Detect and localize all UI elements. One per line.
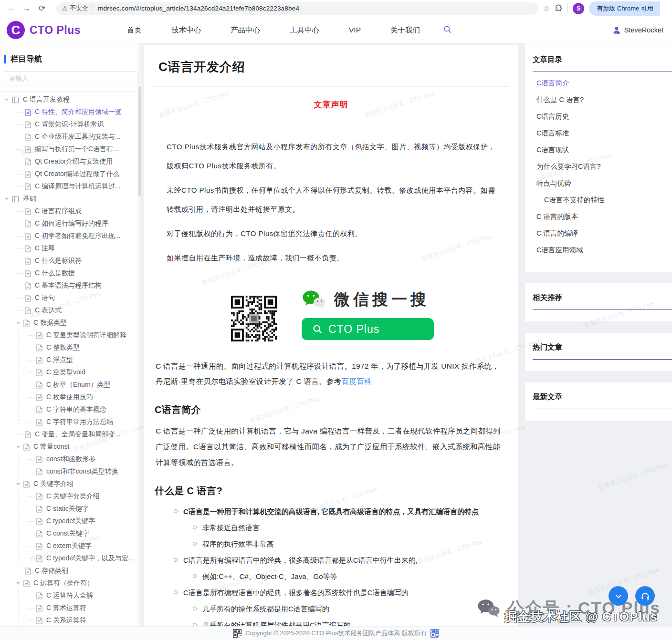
tree-item[interactable]: C 语言程序组成 [0,205,141,217]
nav-item-0[interactable]: 首页 [127,25,142,35]
tree-item[interactable]: C 数据类型 [0,317,141,329]
tree-item[interactable]: C 运算符（操作符） [0,577,141,589]
tree-item[interactable]: C 算术运算符 [0,602,141,614]
tree-item[interactable]: C 运算符大全解 [0,589,141,602]
chrome-update-button[interactable]: 有新版 Chrome 可用 [589,1,660,16]
tree-item[interactable]: C const关键字 [0,527,141,540]
expand-caret-icon[interactable] [16,446,20,448]
tree-item[interactable]: C 语句 [0,292,141,304]
tree-item[interactable]: 编写与执行第一个C语言程... [0,143,141,155]
toc-item[interactable]: C语言应用领域 [525,242,672,258]
address-bar[interactable]: ⚠ 不安全 mdrsec.com/#/ctoplus_article/134a2… [56,2,538,15]
tree-item[interactable]: C 什么是数据 [0,267,141,279]
expand-caret-icon[interactable] [16,582,20,585]
tree-item[interactable]: C 存储类别 [0,565,141,577]
nav-item-4[interactable]: VIP [349,26,361,34]
tree-item[interactable]: C 变量类型说明符详细解释 [0,329,141,341]
tree-item-label: C 枚举使用技巧 [46,393,93,402]
nav-item-2[interactable]: 产品中心 [231,25,260,35]
expand-caret-icon[interactable] [16,322,20,324]
scroll-button[interactable] [609,586,628,606]
tree-item[interactable]: C 表达式 [0,304,141,317]
toc-item[interactable]: C语言现状 [525,142,672,158]
tree-item[interactable]: C static关键字 [0,503,141,515]
tree-item[interactable]: C extern关键字 [0,540,141,552]
tree-item[interactable]: const和函数形参 [0,453,141,465]
security-chip[interactable]: ⚠ 不安全 [62,4,93,12]
tree-item[interactable]: C 浮点型 [0,354,141,366]
reload-icon[interactable]: ⟳ [35,2,49,15]
tree-item[interactable]: C 背景知识·计算机常识 [0,118,141,131]
extensions-icon[interactable] [555,4,563,12]
nav-item-5[interactable]: 关于我们 [390,25,420,35]
nav-item-3[interactable]: 工具中心 [290,25,319,35]
toc-item[interactable]: C 语言的版本 [525,208,672,225]
declaration-paragraph: 未经CTO Plus书面授权，任何单位或个人不得以任何形式复制、转载、修改或使用… [167,181,495,219]
user-icon [612,25,621,35]
search-icon[interactable] [443,25,452,36]
tree-item[interactable]: C 基本语法与程序结构 [0,279,141,292]
tree-item[interactable]: C 企业级开发工具的安装与... [0,131,141,143]
site-logo[interactable]: C CTO Plus [7,21,116,39]
toc-item[interactable]: C语言历史 [525,108,672,125]
tree-branch[interactable]: C 语言开发教程 [0,93,141,106]
tree-item[interactable]: Qt Creator编译过程做了什么 [0,168,141,180]
tree-item[interactable]: C 整数类型 [0,341,141,354]
tree-item[interactable]: C 特性、简介和应用领域一览 [0,106,141,118]
expand-caret-icon[interactable] [5,99,9,101]
tree-item[interactable]: C 关键字介绍 [0,478,141,490]
toc-item[interactable]: C语言简介 [525,75,672,92]
profile-avatar[interactable]: S [573,3,584,14]
forward-icon[interactable]: → [20,2,33,15]
toc-item[interactable]: C语言不支持的特性 [525,192,672,208]
tree-item[interactable]: const和非const类型转换 [0,465,141,478]
wechat-search-button[interactable]: CTO Plus [302,318,434,340]
tree-item[interactable]: C 关键字分类介绍 [0,490,141,503]
toc-item[interactable]: C 语言的编译 [525,225,672,242]
sidebar-search-input[interactable] [4,71,137,85]
qr-code [231,296,277,341]
document-icon [23,481,30,488]
back-icon[interactable]: ← [5,2,18,15]
tree-item-label: C 如何运行编写好的程序 [35,219,108,228]
toc-item[interactable]: C语言标准 [525,125,672,142]
tree-item[interactable]: C 注释 [0,242,141,255]
tree-branch[interactable]: 基础 [0,193,141,205]
expand-caret-icon[interactable] [5,198,9,200]
document-icon [25,109,31,116]
baike-link[interactable]: 百度百科 [342,377,372,385]
tree-item-label: Qt Creator编译过程做了什么 [35,170,119,178]
bullet-item: C语言是一种用于和计算机交流的高级语言, 它既具有高级语言的特点，又具有汇编语言… [144,507,518,516]
section-heading-intro: C语言简介 [155,403,518,416]
user-menu[interactable]: SteveRocket [612,25,663,35]
tree-item[interactable]: C 编译原理与计算机运算过... [0,180,141,193]
document-icon [23,444,30,451]
tree-item-label: C extern关键字 [46,542,92,550]
tree-item[interactable]: C 字符串的基本概念 [0,403,141,416]
toc-item[interactable]: 特点与优势 [525,175,672,192]
nav-item-1[interactable]: 技术中心 [171,25,201,35]
tree-item-label: C 字符串常用方法总结 [46,418,113,426]
tree-item[interactable]: C typedef关键字，以及与宏... [0,552,141,565]
tree-item[interactable]: C 常量const [0,441,141,453]
tree-item[interactable]: C 枚举使用技巧 [0,391,141,403]
tree-item[interactable]: C 关系运算符 [0,614,141,626]
browser-toolbar: ← → ⟳ ⚠ 不安全 mdrsec.com/#/ctoplus_article… [0,0,672,17]
sidebar-scrollbar[interactable] [138,43,141,626]
toc-item[interactable]: 什么是 C 语言? [525,92,672,108]
toc-item[interactable]: 为什么要学习C语言? [525,158,672,175]
tree-item[interactable]: C 初学者如何避免程序出现... [0,230,141,242]
tree-item[interactable]: Qt Creator介绍与安装使用 [0,155,141,168]
customer-service-button[interactable] [635,586,655,606]
tree-item[interactable]: C 字符串常用方法总结 [0,416,141,428]
tree-item[interactable]: C typedef关键字 [0,515,141,527]
expand-caret-icon[interactable] [16,483,20,485]
tree-item[interactable]: C 枚举（Enum）类型 [0,379,141,391]
tree-item[interactable]: C 如何运行编写好的程序 [0,217,141,230]
tree-item-label: C 初学者如何避免程序出现... [35,232,121,240]
bookmark-star-icon[interactable]: ☆ [543,4,550,13]
tree-item[interactable]: C 空类型void [0,366,141,379]
tree-item[interactable]: C 什么是标识符 [0,255,141,267]
tree-item[interactable]: C 变量、全局变量和局部变... [0,428,141,441]
scrollbar-thumb[interactable] [138,86,141,196]
